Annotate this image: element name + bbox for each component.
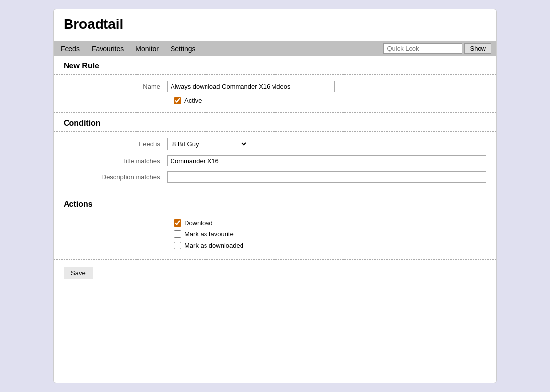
app-title: Broadtail: [64, 16, 486, 32]
app-header: Broadtail: [54, 9, 496, 41]
downloaded-label[interactable]: Mark as downloaded: [184, 242, 243, 249]
show-button[interactable]: Show: [464, 43, 491, 54]
new-rule-section: New Rule Name Active: [54, 56, 496, 113]
favourite-row: Mark as favourite: [174, 230, 486, 238]
active-label[interactable]: Active: [184, 97, 202, 104]
condition-section: Condition Feed is 8 Bit Guy Other Feed 1…: [54, 113, 496, 194]
title-matches-input[interactable]: [167, 155, 486, 166]
actions-header: Actions: [54, 194, 496, 213]
active-checkbox[interactable]: [174, 97, 181, 104]
name-row: Name: [64, 81, 486, 92]
downloaded-row: Mark as downloaded: [174, 242, 486, 249]
download-checkbox[interactable]: [174, 219, 181, 227]
favourite-checkbox[interactable]: [174, 230, 181, 238]
quick-look-input[interactable]: [383, 43, 462, 54]
feed-is-select[interactable]: 8 Bit Guy Other Feed 1 Other Feed 2: [167, 138, 248, 150]
actions-section: Actions Download Mark as favourite Mark …: [54, 194, 496, 260]
nav-favourites[interactable]: Favourites: [90, 44, 126, 54]
feed-is-row: Feed is 8 Bit Guy Other Feed 1 Other Fee…: [64, 138, 486, 150]
nav-feeds[interactable]: Feeds: [59, 44, 82, 54]
name-input[interactable]: [167, 81, 335, 92]
condition-body: Feed is 8 Bit Guy Other Feed 1 Other Fee…: [54, 132, 496, 194]
name-label: Name: [64, 83, 167, 90]
new-rule-title: New Rule: [64, 62, 99, 70]
download-row: Download: [174, 219, 486, 227]
condition-header: Condition: [54, 113, 496, 132]
app-container: Broadtail Feeds Favourites Monitor Setti…: [53, 9, 497, 383]
description-matches-label: Description matches: [64, 173, 167, 181]
description-matches-row: Description matches: [64, 171, 486, 183]
actions-title: Actions: [64, 200, 93, 208]
description-matches-input[interactable]: [167, 171, 486, 183]
downloaded-checkbox[interactable]: [174, 242, 181, 249]
favourite-label[interactable]: Mark as favourite: [184, 230, 234, 238]
download-label[interactable]: Download: [184, 219, 213, 227]
title-matches-row: Title matches: [64, 155, 486, 166]
new-rule-header: New Rule: [54, 56, 496, 75]
save-button[interactable]: Save: [64, 267, 93, 279]
condition-title: Condition: [64, 119, 101, 127]
nav-settings[interactable]: Settings: [169, 44, 198, 54]
new-rule-body: Name Active: [54, 75, 496, 112]
title-matches-label: Title matches: [64, 157, 167, 164]
active-row: Active: [174, 97, 486, 104]
nav-monitor[interactable]: Monitor: [134, 44, 161, 54]
feed-is-label: Feed is: [64, 140, 167, 148]
quick-look-area: Show: [383, 43, 491, 54]
actions-body: Download Mark as favourite Mark as downl…: [54, 213, 496, 260]
nav-bar: Feeds Favourites Monitor Settings Show: [54, 41, 496, 56]
save-section: Save: [54, 260, 496, 286]
nav-links: Feeds Favourites Monitor Settings: [59, 44, 198, 54]
